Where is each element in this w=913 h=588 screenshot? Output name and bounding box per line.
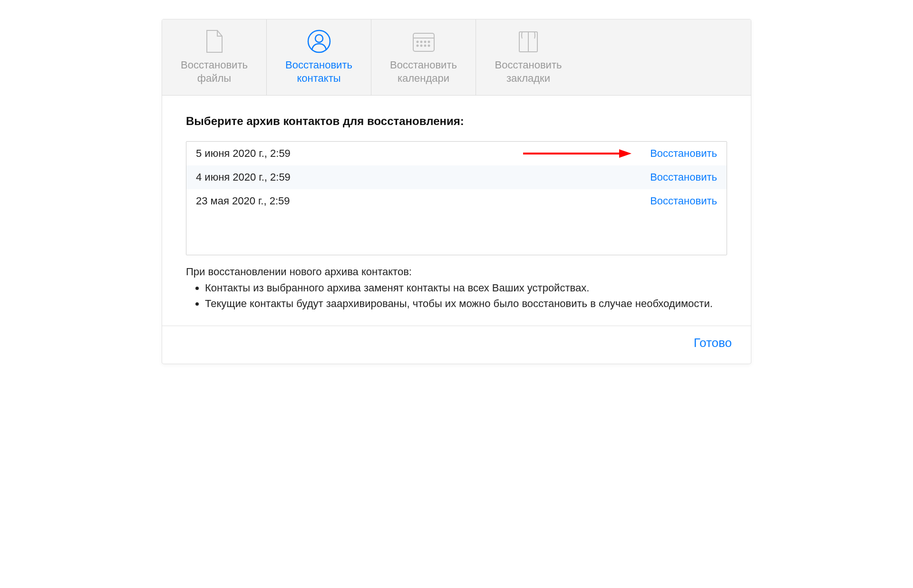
svg-point-0 [308, 30, 330, 52]
calendar-icon [385, 28, 462, 55]
restore-dialog: Восстановить файлы Восстановить контакты [162, 19, 751, 364]
tab-label: Восстановить закладки [489, 58, 567, 85]
svg-point-5 [420, 41, 422, 43]
svg-point-1 [315, 35, 323, 42]
archive-row[interactable]: 5 июня 2020 г., 2:59 Восстановить [186, 142, 727, 165]
svg-point-10 [424, 45, 426, 47]
archive-date: 23 мая 2020 г., 2:59 [196, 195, 290, 207]
note-item: Текущие контакты будут заархивированы, ч… [205, 297, 727, 311]
tab-restore-contacts[interactable]: Восстановить контакты [267, 19, 371, 95]
restore-link[interactable]: Восстановить [650, 171, 717, 183]
svg-point-6 [424, 41, 426, 43]
contact-icon [280, 28, 358, 55]
tabs-bar: Восстановить файлы Восстановить контакты [162, 19, 751, 96]
restore-link[interactable]: Восстановить [650, 147, 717, 160]
content-heading: Выберите архив контактов для восстановле… [186, 115, 727, 128]
archive-date: 5 июня 2020 г., 2:59 [196, 147, 291, 160]
file-icon [175, 28, 253, 55]
archive-row[interactable]: 23 мая 2020 г., 2:59 Восстановить [186, 189, 727, 213]
tab-label: Восстановить файлы [175, 58, 253, 85]
archive-row[interactable]: 4 июня 2020 г., 2:59 Восстановить [186, 165, 727, 189]
archive-date: 4 июня 2020 г., 2:59 [196, 171, 291, 183]
svg-point-9 [420, 45, 422, 47]
notes-title: При восстановлении нового архива контакт… [186, 266, 727, 278]
tab-label: Восстановить контакты [280, 58, 358, 85]
restore-link[interactable]: Восстановить [650, 195, 717, 207]
note-item: Контакты из выбранного архива заменят ко… [205, 281, 727, 296]
tab-label: Восстановить календари [385, 58, 462, 85]
svg-point-11 [428, 45, 429, 47]
done-button[interactable]: Готово [694, 336, 732, 350]
dialog-footer: Готово [162, 326, 751, 364]
archive-list: 5 июня 2020 г., 2:59 Восстановить 4 июня… [186, 141, 727, 255]
bookmark-icon [489, 28, 567, 55]
dialog-content: Выберите архив контактов для восстановле… [162, 96, 751, 326]
red-arrow-annotation [522, 147, 631, 160]
tab-restore-files[interactable]: Восстановить файлы [162, 19, 267, 95]
svg-point-4 [417, 41, 418, 43]
svg-marker-14 [619, 149, 631, 158]
tab-restore-calendars[interactable]: Восстановить календари [371, 19, 476, 95]
svg-point-8 [417, 45, 418, 47]
notes-list: Контакты из выбранного архива заменят ко… [186, 281, 727, 311]
svg-point-7 [428, 41, 429, 43]
tab-restore-bookmarks[interactable]: Восстановить закладки [476, 19, 581, 95]
svg-rect-2 [413, 33, 434, 51]
